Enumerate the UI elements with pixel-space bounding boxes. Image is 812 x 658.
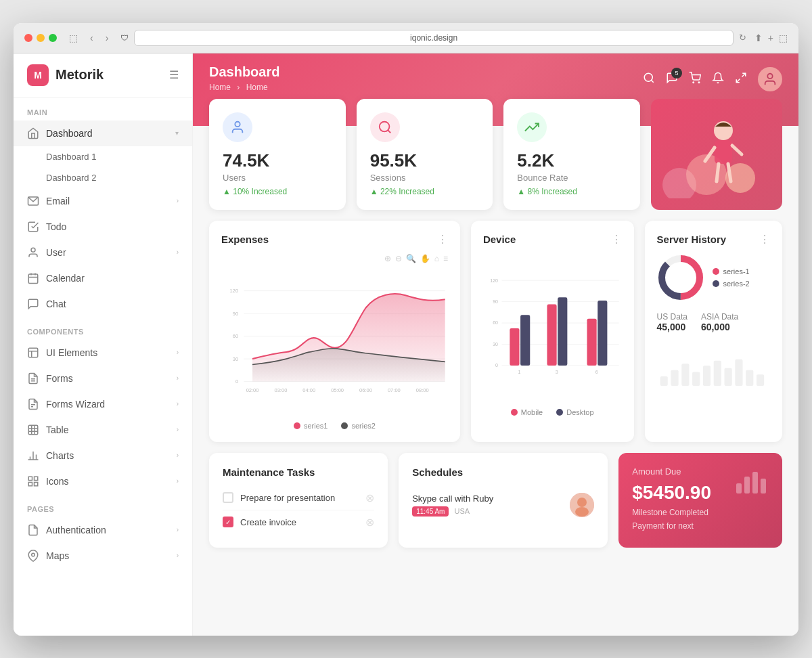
sidebar-item-dashboard2[interactable]: Dashboard 2 — [14, 167, 192, 188]
sidebar-item-todo[interactable]: Todo — [14, 214, 192, 240]
task-remove-2[interactable]: ⊗ — [365, 516, 374, 529]
sidebar-section-main: Main — [14, 97, 192, 120]
close-button[interactable] — [24, 34, 32, 42]
us-value: 45,000 — [657, 322, 687, 332]
user-avatar[interactable] — [758, 67, 782, 91]
sidebar-section-components: Components — [14, 317, 192, 340]
sidebar-item-chat[interactable]: Chat — [14, 291, 192, 317]
sidebar-item-forms[interactable]: Forms › — [14, 366, 192, 391]
sidebar-item-icons[interactable]: Icons › — [14, 468, 192, 494]
sidebar-section-pages: Pages — [14, 494, 192, 517]
illustration-svg — [659, 110, 774, 198]
sidebar: M Metorik ☰ Main Dashboard ▾ Dashboard 1… — [14, 53, 193, 636]
svg-rect-2 — [28, 274, 38, 284]
bar-desktop-1 — [520, 315, 530, 366]
charts-row: Expenses ⋮ ⊕ ⊖ 🔍 ✋ ⌂ ≡ — [193, 210, 798, 442]
sidebar-item-forms-wizard[interactable]: Forms Wizard › — [14, 391, 192, 417]
sidebar-item-authentication[interactable]: Authentication › — [14, 517, 192, 543]
menu-icon[interactable]: ≡ — [443, 254, 448, 263]
sessions-value: 95.5K — [370, 150, 480, 171]
home-chart-icon[interactable]: ⌂ — [434, 254, 439, 263]
asia-value: 60,000 — [701, 322, 738, 332]
svg-text:60: 60 — [493, 320, 498, 326]
task-remove-1[interactable]: ⊗ — [365, 491, 374, 504]
svg-point-27 — [693, 82, 694, 83]
svg-text:0: 0 — [235, 378, 238, 385]
schedules-title: Schedules — [412, 466, 463, 478]
sidebar-item-table[interactable]: Table › — [14, 417, 192, 443]
reload-icon[interactable]: ↻ — [739, 32, 746, 43]
expenses-menu-icon[interactable]: ⋮ — [437, 233, 448, 246]
new-tab-icon[interactable]: + — [768, 32, 773, 43]
maximize-button[interactable] — [49, 34, 57, 42]
series2-server-label: series-2 — [723, 280, 750, 288]
hamburger-icon[interactable]: ☰ — [169, 68, 179, 81]
search-chart-icon[interactable]: 🔍 — [406, 254, 416, 263]
file-list-icon — [27, 398, 39, 410]
chevron-right-icon-ui: › — [177, 349, 179, 356]
server-history-card: Server History ⋮ series-1 — [645, 221, 782, 442]
breadcrumb: Home › Home — [209, 83, 279, 92]
sidebar-item-charts[interactable]: Charts › — [14, 443, 192, 468]
back-icon[interactable]: ‹ — [86, 31, 97, 45]
chart-toolbar: ⊕ ⊖ 🔍 ✋ ⌂ ≡ — [221, 254, 448, 263]
sidebar-label-forms-wizard: Forms Wizard — [46, 399, 105, 410]
breadcrumb-home[interactable]: Home — [209, 83, 231, 92]
server-menu-icon[interactable]: ⋮ — [759, 233, 770, 246]
fullscreen-icon[interactable] — [735, 72, 747, 87]
minimize-button[interactable] — [37, 34, 45, 42]
messages-icon[interactable]: 5 — [666, 72, 678, 87]
sidebar-item-user[interactable]: User › — [14, 240, 192, 265]
device-menu-icon[interactable]: ⋮ — [611, 233, 622, 246]
svg-rect-84 — [735, 359, 742, 385]
device-card-header: Device ⋮ — [483, 233, 622, 246]
sidebar-item-dashboard[interactable]: Dashboard ▾ — [14, 120, 192, 146]
expenses-card-header: Expenses ⋮ — [221, 233, 448, 246]
forward-icon[interactable]: › — [102, 31, 113, 45]
sidebar-item-dashboard1[interactable]: Dashboard 1 — [14, 146, 192, 167]
browser-nav: ⬚ ‹ › — [65, 31, 112, 45]
svg-point-33 — [379, 121, 389, 131]
pan-icon[interactable]: ✋ — [420, 254, 430, 263]
svg-text:1: 1 — [518, 369, 520, 374]
svg-rect-11 — [28, 425, 38, 435]
svg-text:30: 30 — [233, 355, 238, 361]
svg-rect-91 — [744, 477, 750, 494]
series2-label: series2 — [351, 422, 375, 430]
bounce-icon-circle — [517, 112, 547, 142]
schedule-time-1: 11:45 Am — [412, 506, 449, 517]
svg-text:0: 0 — [495, 363, 498, 368]
sidebar-item-maps[interactable]: Maps › — [14, 543, 192, 569]
bar-mobile-2 — [547, 304, 556, 366]
amount-label: Amount Due — [632, 466, 711, 477]
svg-rect-23 — [35, 482, 38, 485]
chevron-right-icon-maps: › — [177, 552, 179, 559]
svg-point-25 — [644, 73, 652, 81]
sidebar-item-calendar[interactable]: Calendar — [14, 265, 192, 291]
notifications-icon[interactable] — [712, 72, 724, 87]
task-checkbox-2[interactable]: ✓ — [223, 517, 233, 527]
zoom-plus-icon[interactable]: ⊕ — [384, 254, 391, 263]
chevron-right-icon-fw: › — [177, 400, 179, 408]
series1-server-label: series-1 — [723, 267, 750, 276]
search-icon-topbar[interactable] — [643, 72, 655, 87]
share-icon[interactable]: ⬆ — [754, 32, 763, 43]
asia-data: ASIA Data 60,000 — [701, 312, 738, 332]
logo-text: Metorik — [55, 67, 104, 83]
series2-dot — [341, 422, 348, 429]
sidebar-item-ui-elements[interactable]: UI Elements › — [14, 340, 192, 366]
address-bar[interactable]: iqonic.design — [134, 30, 733, 46]
zoom-minus-icon[interactable]: ⊖ — [395, 254, 402, 263]
sidebar-item-email[interactable]: Email › — [14, 188, 192, 214]
bottom-row: Maintenance Tasks Prepare for presentati… — [193, 442, 798, 564]
cart-icon[interactable] — [689, 72, 701, 87]
chevron-right-icon-user: › — [177, 248, 179, 256]
windows-icon[interactable]: ⬚ — [779, 32, 788, 43]
security-icon: 🛡 — [120, 33, 129, 43]
browser-actions: ⬆ + ⬚ — [754, 32, 788, 43]
svg-rect-92 — [752, 472, 758, 494]
task-checkbox-1[interactable] — [223, 492, 233, 503]
traffic-lights — [24, 34, 57, 42]
svg-point-24 — [32, 553, 35, 556]
sidebar-toggle-icon[interactable]: ⬚ — [65, 31, 82, 45]
